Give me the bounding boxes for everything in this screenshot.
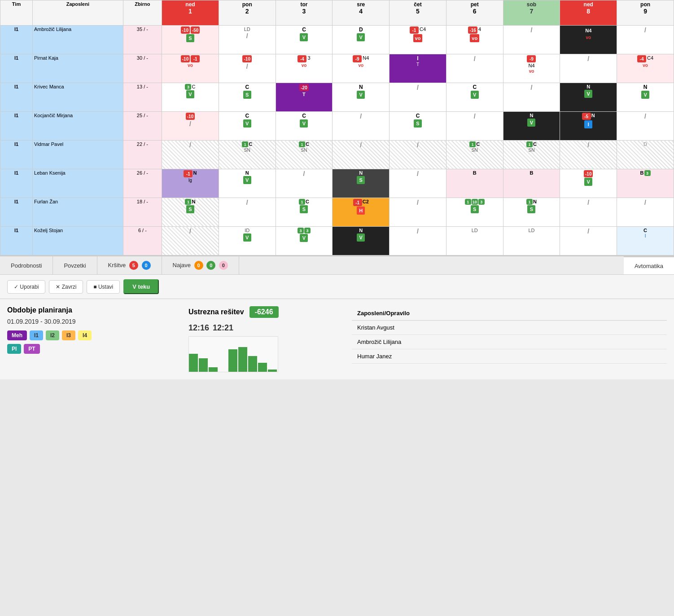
cell-day[interactable]: -20 T	[276, 83, 333, 112]
th-zbirno: Zbirno	[123, 0, 162, 26]
cell-zaposleni: Krivec Manca	[33, 83, 123, 112]
cell-day[interactable]: LD	[503, 227, 560, 255]
cell-day[interactable]: /	[560, 198, 617, 227]
cell-day[interactable]: N V	[333, 227, 390, 255]
cell-day[interactable]: /	[446, 112, 503, 141]
cell-day[interactable]: /	[162, 227, 219, 255]
team-badge-pi[interactable]: PI	[7, 344, 21, 354]
najave-badge3: 0	[219, 261, 228, 270]
cell-day[interactable]: -4C4 vo	[617, 54, 674, 83]
cell-day[interactable]: /	[219, 198, 276, 227]
cell-day[interactable]: /	[390, 198, 446, 227]
cell-day[interactable]: 1103 S	[446, 198, 503, 227]
cell-day[interactable]: -10-1 vo	[162, 54, 219, 83]
team-badge-pt[interactable]: PT	[24, 344, 39, 354]
cell-day[interactable]: -43 vo	[276, 54, 333, 83]
cell-day[interactable]: -9N4 vo	[333, 54, 390, 83]
cell-day[interactable]: 1C SN	[503, 141, 560, 169]
cell-day[interactable]: -1N lg	[162, 169, 219, 198]
cell-day[interactable]: /	[390, 83, 446, 112]
cell-day[interactable]: N V	[333, 83, 390, 112]
cell-day[interactable]: /	[333, 141, 390, 169]
cell-day[interactable]: -10 /	[162, 112, 219, 141]
solution-value: -6246	[249, 306, 279, 318]
cell-day[interactable]: /	[617, 112, 674, 141]
cell-day[interactable]: -9 N4 vo	[503, 54, 560, 83]
ustavi-button[interactable]: ■ Ustavi	[87, 280, 120, 294]
cell-day[interactable]: B3	[617, 169, 674, 198]
cell-day[interactable]: /	[503, 26, 560, 54]
team-badge-i3[interactable]: I3	[62, 330, 75, 340]
uporabi-button[interactable]: ✓ Uporabi	[7, 280, 45, 294]
cell-day[interactable]: N4 vo	[560, 26, 617, 54]
cell-day[interactable]: /	[503, 83, 560, 112]
cell-day[interactable]: N V	[560, 83, 617, 112]
cell-day[interactable]: /	[617, 198, 674, 227]
cell-day[interactable]: /	[560, 227, 617, 255]
vteku-button[interactable]: V teku	[123, 279, 159, 294]
cell-day[interactable]: /	[162, 141, 219, 169]
cell-day[interactable]: /	[560, 54, 617, 83]
tab-povzetki[interactable]: Povzetki	[53, 256, 97, 274]
cell-day[interactable]: B	[503, 169, 560, 198]
cell-day[interactable]: -1C2 H	[333, 198, 390, 227]
cell-day[interactable]: /	[617, 26, 674, 54]
cell-day[interactable]: -164 vo	[446, 26, 503, 54]
cell-day[interactable]: C S	[390, 112, 446, 141]
cell-day[interactable]: C V	[276, 26, 333, 54]
cell-day[interactable]: -10 V	[560, 169, 617, 198]
th-tim: Tim	[0, 0, 33, 26]
cell-day[interactable]: C I	[617, 227, 674, 255]
cell-day[interactable]: 1N S	[503, 198, 560, 227]
cell-day[interactable]: N V	[503, 112, 560, 141]
cell-day[interactable]: 33 V	[276, 227, 333, 255]
cell-day[interactable]: /	[333, 112, 390, 141]
cell-day[interactable]: /	[446, 54, 503, 83]
cell-day[interactable]: 1N S	[162, 198, 219, 227]
cell-day[interactable]: D V	[333, 26, 390, 54]
cell-day[interactable]: /	[390, 141, 446, 169]
cell-day[interactable]: /	[560, 141, 617, 169]
list-item[interactable]: Ambrožič Lilijana	[352, 335, 667, 349]
zavrzi-button[interactable]: ✕ Zavrzi	[49, 280, 83, 294]
cell-day[interactable]: N V	[219, 169, 276, 198]
cell-day[interactable]: C S	[219, 83, 276, 112]
cell-day[interactable]: -10 /	[219, 54, 276, 83]
info-section: Obdobje planiranja 01.09.2019 - 30.09.20…	[0, 299, 674, 379]
employees-header: Zaposleni/Opravilo	[352, 306, 667, 321]
cell-day[interactable]: C V	[219, 112, 276, 141]
cell-day[interactable]: /	[390, 227, 446, 255]
th-sre4: sre4	[333, 0, 390, 26]
cell-day[interactable]: B	[446, 169, 503, 198]
cell-day[interactable]: /	[390, 169, 446, 198]
cell-day[interactable]: D	[617, 141, 674, 169]
cell-day[interactable]: 1C SN	[446, 141, 503, 169]
cell-day[interactable]: I T	[390, 54, 446, 83]
cell-day[interactable]: -1C4 vo	[390, 26, 446, 54]
team-badge-i1[interactable]: I1	[30, 330, 43, 340]
cell-day[interactable]: ID V	[219, 227, 276, 255]
cell-day[interactable]: -5N I	[560, 112, 617, 141]
tab-podrobnosti[interactable]: Podrobnosti	[0, 256, 53, 274]
cell-day[interactable]: C V	[276, 112, 333, 141]
cell-day[interactable]: N V	[617, 83, 674, 112]
team-badge-i2[interactable]: I2	[46, 330, 59, 340]
tab-krsitve[interactable]: Kršitve 5 0	[97, 256, 162, 274]
tab-avtomatika[interactable]: Avtomatika	[624, 256, 674, 274]
tab-najave[interactable]: Najave 0 0 0	[162, 256, 239, 274]
cell-day[interactable]: LD	[446, 227, 503, 255]
team-badge-i4[interactable]: I4	[78, 330, 92, 340]
cell-zbirno: 30 / -	[123, 54, 162, 83]
cell-day[interactable]: /	[276, 169, 333, 198]
cell-day[interactable]: 1C SN	[276, 141, 333, 169]
cell-day[interactable]: C V	[446, 83, 503, 112]
cell-day[interactable]: 1C S	[276, 198, 333, 227]
list-item[interactable]: Kristan Avgust	[352, 321, 667, 335]
cell-day[interactable]: -10-50 S	[162, 26, 219, 54]
cell-day[interactable]: 3C V	[162, 83, 219, 112]
cell-day[interactable]: N S	[333, 169, 390, 198]
cell-day[interactable]: 1C SN	[219, 141, 276, 169]
cell-day[interactable]: LD /	[219, 26, 276, 54]
list-item[interactable]: Humar Janez	[352, 349, 667, 364]
team-badge-meh[interactable]: Meh	[7, 330, 27, 340]
